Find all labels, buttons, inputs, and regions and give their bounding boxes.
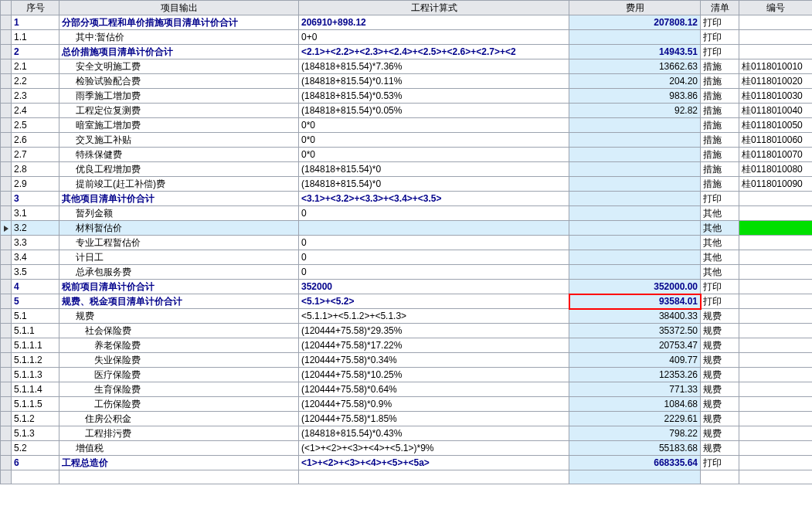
cell-expr[interactable]: <5.1>+<5.2> (299, 294, 569, 309)
cell-seq[interactable]: 2.7 (12, 148, 59, 162)
row-gutter[interactable] (1, 470, 12, 484)
row-gutter[interactable] (1, 324, 12, 338)
row-gutter[interactable] (1, 89, 12, 104)
cell-bill[interactable]: 措施 (701, 118, 739, 133)
row-gutter[interactable] (1, 309, 12, 324)
row-gutter[interactable] (1, 221, 12, 236)
cell-seq[interactable]: 5.1.1.4 (12, 382, 59, 397)
cell-code[interactable] (739, 192, 813, 206)
cell-expr[interactable]: (120444+75.58)*0.34% (299, 353, 569, 368)
header-fee[interactable]: 费用 (569, 1, 701, 15)
cell-expr[interactable]: 0 (299, 206, 569, 221)
cell-code[interactable]: 桂0118010090 (739, 177, 813, 192)
cell-expr[interactable]: 0*0 (299, 118, 569, 133)
cell-fee[interactable]: 55183.68 (569, 441, 701, 456)
cell-output[interactable]: 暗室施工增加费 (59, 118, 299, 133)
cell-output[interactable]: 增值税 (59, 441, 299, 456)
cell-output[interactable]: 特殊保健费 (59, 148, 299, 162)
cell-output[interactable]: 暂列金额 (59, 206, 299, 221)
table-row[interactable]: 5.1.1.1养老保险费(120444+75.58)*17.22%20753.4… (1, 338, 813, 353)
cell-seq[interactable] (12, 470, 59, 484)
cell-seq[interactable]: 5.1.3 (12, 426, 59, 441)
row-gutter[interactable] (1, 74, 12, 89)
cell-output[interactable]: 生育保险费 (59, 382, 299, 397)
cell-bill[interactable]: 规费 (701, 426, 739, 441)
cell-fee[interactable]: 352000.00 (569, 280, 701, 294)
cell-expr[interactable] (299, 221, 569, 236)
cell-bill[interactable]: 规费 (701, 324, 739, 338)
cell-expr[interactable]: (120444+75.58)*29.35% (299, 324, 569, 338)
cell-output[interactable]: 提前竣工(赶工补偿)费 (59, 177, 299, 192)
cell-bill[interactable]: 措施 (701, 89, 739, 104)
table-row-empty[interactable] (1, 470, 813, 484)
cell-output[interactable]: 工伤保险费 (59, 397, 299, 412)
cell-expr[interactable]: (184818+815.54)*0.53% (299, 89, 569, 104)
cell-expr[interactable]: (184818+815.54)*0.11% (299, 74, 569, 89)
cell-bill[interactable]: 措施 (701, 59, 739, 74)
cell-seq[interactable]: 5.1.1.1 (12, 338, 59, 353)
cell-seq[interactable]: 3.4 (12, 250, 59, 265)
cell-bill[interactable]: 打印 (701, 192, 739, 206)
cell-output[interactable]: 专业工程暂估价 (59, 236, 299, 250)
cell-bill[interactable]: 打印 (701, 45, 739, 59)
cell-seq[interactable]: 5.1 (12, 309, 59, 324)
row-gutter[interactable] (1, 353, 12, 368)
row-gutter[interactable] (1, 15, 12, 30)
cell-output[interactable]: 材料暂估价 (59, 221, 299, 236)
header-seq[interactable]: 序号 (12, 1, 59, 15)
table-row[interactable]: 1分部分项工程和单价措施项目清单计价合计206910+898.12207808.… (1, 15, 813, 30)
cell-expr[interactable] (299, 470, 569, 484)
cell-code[interactable]: 桂0118010050 (739, 118, 813, 133)
table-row[interactable]: 3.3专业工程暂估价0其他 (1, 236, 813, 250)
cell-code[interactable] (739, 280, 813, 294)
cell-fee[interactable]: 92.82 (569, 104, 701, 118)
cell-fee[interactable] (569, 265, 701, 280)
cell-code[interactable] (739, 324, 813, 338)
cell-fee[interactable]: 668335.64 (569, 456, 701, 470)
cell-output[interactable]: 住房公积金 (59, 412, 299, 426)
cell-seq[interactable]: 2.5 (12, 118, 59, 133)
row-gutter[interactable] (1, 338, 12, 353)
table-row[interactable]: 5.1.1.3医疗保险费(120444+75.58)*10.25%12353.2… (1, 368, 813, 382)
cell-output[interactable]: 失业保险费 (59, 353, 299, 368)
cell-fee[interactable]: 2229.61 (569, 412, 701, 426)
cell-bill[interactable]: 其他 (701, 206, 739, 221)
cell-output[interactable]: 检验试验配合费 (59, 74, 299, 89)
cell-expr[interactable]: 206910+898.12 (299, 15, 569, 30)
cell-bill[interactable]: 其他 (701, 265, 739, 280)
cell-code[interactable] (739, 441, 813, 456)
cell-output[interactable]: 规费、税金项目清单计价合计 (59, 294, 299, 309)
row-gutter[interactable] (1, 426, 12, 441)
table-row[interactable]: 5.1规费<5.1.1>+<5.1.2>+<5.1.3>38400.33规费 (1, 309, 813, 324)
row-gutter[interactable] (1, 280, 12, 294)
cell-fee[interactable]: 204.20 (569, 74, 701, 89)
cell-seq[interactable]: 3.3 (12, 236, 59, 250)
cell-output[interactable]: 分部分项工程和单价措施项目清单计价合计 (59, 15, 299, 30)
cell-code[interactable]: 桂0118010060 (739, 133, 813, 148)
cell-fee[interactable] (569, 118, 701, 133)
cell-output[interactable]: 安全文明施工费 (59, 59, 299, 74)
cell-expr[interactable]: (120444+75.58)*0.9% (299, 397, 569, 412)
cell-expr[interactable]: <3.1>+<3.2>+<3.3>+<3.4>+<3.5> (299, 192, 569, 206)
row-gutter[interactable] (1, 104, 12, 118)
header-bill[interactable]: 清单 (701, 1, 739, 15)
cell-fee[interactable]: 14943.51 (569, 45, 701, 59)
cell-code[interactable]: 桂0118010040 (739, 104, 813, 118)
row-gutter[interactable] (1, 148, 12, 162)
cell-fee[interactable] (569, 133, 701, 148)
cell-code[interactable] (739, 353, 813, 368)
cell-expr[interactable]: (184818+815.54)*0.43% (299, 426, 569, 441)
cell-output[interactable]: 工程定位复测费 (59, 104, 299, 118)
cell-output[interactable]: 计日工 (59, 250, 299, 265)
table-row[interactable]: 2.9提前竣工(赶工补偿)费(184818+815.54)*0措施桂011801… (1, 177, 813, 192)
row-gutter[interactable] (1, 236, 12, 250)
cell-output[interactable]: 工程排污费 (59, 426, 299, 441)
cell-bill[interactable] (701, 470, 739, 484)
table-row[interactable]: 2.3雨季施工增加费(184818+815.54)*0.53%983.86措施桂… (1, 89, 813, 104)
cell-code[interactable] (739, 221, 813, 236)
row-gutter[interactable] (1, 382, 12, 397)
cell-bill[interactable]: 打印 (701, 280, 739, 294)
row-gutter[interactable] (1, 192, 12, 206)
cell-expr[interactable]: 0 (299, 250, 569, 265)
table-row[interactable]: 2.8优良工程增加费(184818+815.54)*0措施桂0118010080 (1, 162, 813, 177)
